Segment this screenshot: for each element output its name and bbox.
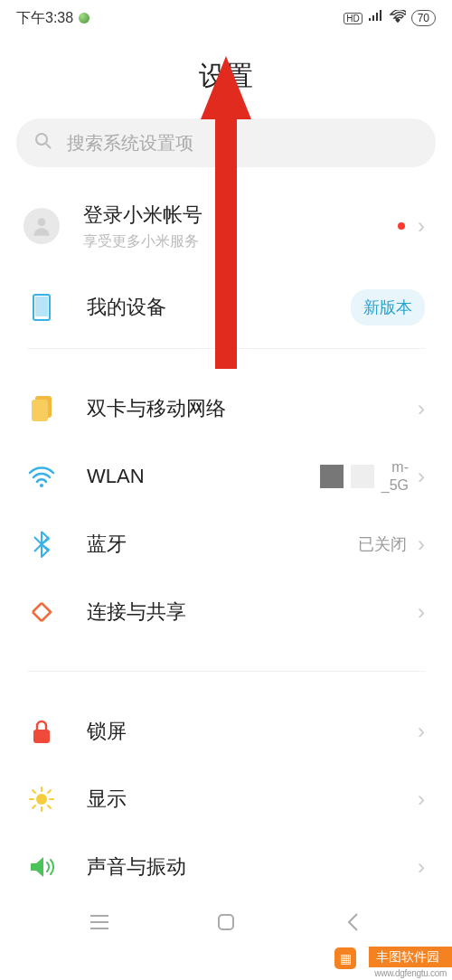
- lockscreen-row[interactable]: 锁屏 ›: [0, 697, 452, 765]
- status-left: 下午3:38: [16, 9, 89, 28]
- row-label: 连接与共享: [87, 598, 418, 626]
- red-dot-indicator: [398, 222, 405, 230]
- sound-row[interactable]: 声音与振动 ›: [0, 833, 452, 900]
- lock-icon: [27, 719, 56, 744]
- row-label: 显示: [87, 786, 418, 813]
- page-title: 设置: [0, 36, 452, 118]
- watermark-url: www.dgfengtu.com: [369, 967, 452, 980]
- chevron-right-icon: ›: [418, 599, 425, 625]
- svg-rect-4: [35, 297, 48, 316]
- censor-block-icon: [351, 465, 374, 488]
- bluetooth-icon: [27, 531, 56, 558]
- watermark: 丰图软件园 www.dgfengtu.com: [369, 947, 452, 980]
- sound-icon: [27, 855, 56, 879]
- nav-home-icon[interactable]: [215, 911, 237, 933]
- search-box[interactable]: [16, 118, 436, 167]
- sun-icon: [27, 786, 56, 813]
- nav-bar: [0, 897, 452, 947]
- wifi-status-icon: [390, 10, 406, 26]
- svg-point-0: [396, 20, 399, 23]
- status-right: HD 70: [344, 10, 436, 26]
- sim-network-row[interactable]: 双卡与移动网络 ›: [0, 374, 452, 442]
- bluetooth-status: 已关闭: [358, 533, 407, 555]
- new-version-badge: 新版本: [351, 289, 425, 325]
- svg-rect-13: [219, 915, 233, 929]
- wifi-icon: [27, 466, 56, 487]
- censor-block-icon: [320, 465, 344, 488]
- signal-icon: [368, 10, 384, 26]
- battery-indicator: 70: [411, 10, 436, 26]
- row-label: WLAN: [87, 465, 320, 488]
- account-row[interactable]: 登录小米帐号 享受更多小米服务 ›: [0, 185, 452, 267]
- wlan-value: m- _5G: [320, 458, 409, 493]
- chevron-right-icon: ›: [418, 787, 425, 812]
- row-label: 蓝牙: [87, 531, 358, 558]
- status-bar: 下午3:38 HD 70: [0, 0, 452, 36]
- device-icon: [27, 294, 56, 321]
- wlan-suffix: m- _5G: [381, 458, 409, 493]
- device-label: 我的设备: [87, 294, 351, 321]
- nav-back-icon[interactable]: [342, 911, 363, 933]
- connection-share-row[interactable]: 连接与共享 ›: [0, 578, 452, 645]
- svg-point-2: [38, 218, 46, 226]
- row-label: 锁屏: [87, 718, 418, 745]
- search-input[interactable]: [67, 133, 418, 154]
- search-icon: [34, 132, 52, 154]
- svg-point-1: [36, 134, 47, 145]
- chevron-right-icon: ›: [418, 213, 425, 239]
- account-subtitle: 享受更多小米服务: [83, 232, 398, 251]
- share-icon: [27, 600, 56, 624]
- svg-rect-6: [32, 400, 48, 421]
- nav-recents-icon[interactable]: [89, 911, 110, 933]
- svg-rect-8: [33, 730, 50, 743]
- svg-point-7: [40, 484, 43, 487]
- avatar-icon: [24, 208, 60, 244]
- watermark-name: 丰图软件园: [369, 947, 452, 967]
- row-label: 双卡与移动网络: [87, 395, 418, 422]
- chevron-right-icon: ›: [418, 396, 425, 421]
- chevron-right-icon: ›: [418, 532, 425, 557]
- device-row[interactable]: 我的设备 新版本: [0, 267, 452, 348]
- bluetooth-row[interactable]: 蓝牙 已关闭 ›: [0, 510, 452, 578]
- svg-point-9: [36, 794, 47, 805]
- sim-icon: [27, 396, 56, 421]
- chevron-right-icon: ›: [418, 464, 425, 489]
- row-label: 声音与振动: [87, 853, 418, 881]
- hd-indicator: HD: [344, 13, 362, 24]
- chevron-right-icon: ›: [418, 719, 425, 744]
- account-title: 登录小米帐号: [83, 202, 398, 229]
- watermark-icon: ▦: [334, 947, 356, 969]
- chevron-right-icon: ›: [418, 854, 425, 880]
- display-row[interactable]: 显示 ›: [0, 765, 452, 833]
- status-time: 下午3:38: [16, 9, 73, 28]
- status-dot-icon: [79, 13, 89, 24]
- wlan-row[interactable]: WLAN m- _5G ›: [0, 442, 452, 510]
